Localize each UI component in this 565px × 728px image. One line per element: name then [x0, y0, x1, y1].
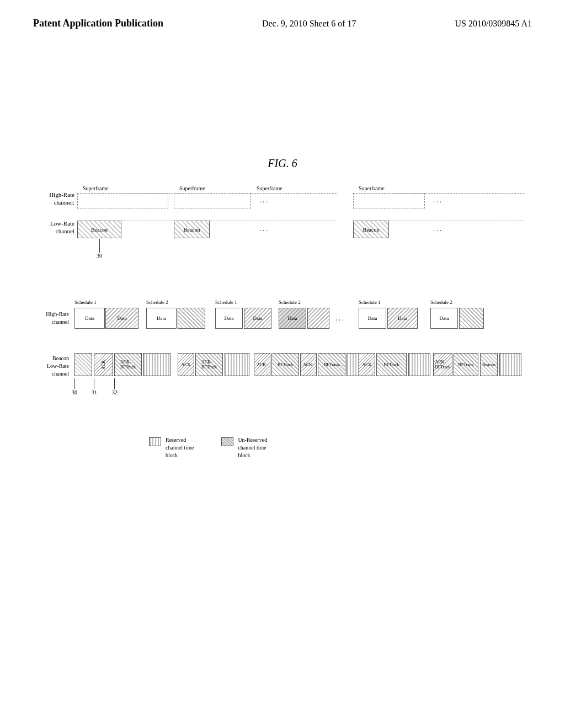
publication-date-sheet: Dec. 9, 2010 Sheet 6 of 17	[262, 19, 356, 29]
beacon-low-rate-channel-label: BeaconLow-Ratechannel	[28, 355, 69, 378]
beacon-bar-2: Beacon	[174, 221, 210, 238]
top-diagram: High-Ratechannel: Low-Ratechannel Superf…	[77, 186, 530, 264]
bracket-30	[74, 378, 75, 389]
data-block-6-dark: Data	[279, 308, 306, 329]
bftrack-block-5: BFTrack	[376, 353, 407, 376]
superframe-label-1: Superframe	[83, 185, 109, 191]
bftrack-block-1: ACK-BFTrack	[114, 353, 142, 376]
reserved-hr-2	[307, 308, 329, 329]
beacon-lr-1	[74, 353, 92, 376]
beacon-bar-1: Beacon	[77, 221, 121, 238]
superframe-label-3: Superframe	[257, 185, 282, 191]
ack-block-3: ACK-	[254, 353, 270, 376]
superframe-box-2	[174, 193, 251, 208]
superframe-box-3	[353, 193, 425, 208]
data-block-4: Data	[215, 308, 243, 329]
superframe-label-4: Superframe	[359, 185, 385, 191]
dots-top-2: ...	[433, 196, 443, 205]
publication-title: Patent Application Publication	[33, 17, 163, 30]
ack-block-1: ACK	[94, 353, 113, 376]
unreserved-lr-1	[225, 353, 249, 376]
data-block-5-hatched: Data	[244, 308, 271, 329]
reserved-lr-1	[143, 353, 170, 376]
bottom-diagram: High-Ratechannel BeaconLow-Ratechannel S…	[28, 291, 557, 418]
legend-unreserved-label: Un-Reservedchannel timeblock	[238, 436, 267, 459]
ack-block-4: ACK-	[300, 353, 317, 376]
beacon-lr-end: Beacon	[480, 353, 498, 376]
ack-block-6: ACK-BFTrack	[433, 353, 452, 376]
dots-top-1: ...	[259, 196, 269, 205]
data-block-9: Data	[430, 308, 458, 329]
bftrack-block-6: BFTrack	[454, 353, 478, 376]
label-32-bottom: 32	[112, 389, 118, 395]
data-block-8-hatched: Data	[387, 308, 418, 329]
figure-label: FIG. 6	[0, 157, 565, 170]
unreserved-lr-2	[408, 353, 430, 376]
reserved-hr-3	[459, 308, 484, 329]
legend-unreserved-box	[221, 437, 233, 446]
schedule-label-1a: Schedule 1	[74, 299, 97, 305]
publication-number: US 2010/0309845 A1	[455, 19, 532, 29]
high-rate-channel-label-top: High-Ratechannel:	[28, 191, 74, 207]
schedule-label-2b: Schedule 2	[279, 299, 301, 305]
dots-lr-2: ...	[433, 225, 443, 233]
bracket-32	[114, 378, 115, 389]
number-30-label-top: 30	[97, 253, 102, 259]
legend-unreserved: Un-Reservedchannel timeblock	[221, 436, 267, 459]
low-rate-channel-label-top: Low-Ratechannel	[28, 220, 74, 235]
diagram-container: High-Ratechannel: Low-Ratechannel Superf…	[0, 186, 565, 418]
data-block-2-hatched: Data	[105, 308, 138, 329]
label-31-bottom: 31	[92, 389, 97, 395]
reserved-hr-1	[178, 308, 205, 329]
data-block-1: Data	[74, 308, 105, 329]
legend-reserved: Reservedchannel timeblock	[149, 436, 194, 459]
ack-block-2: ACK	[178, 353, 194, 376]
beacon-bar-3: Beacon	[353, 221, 389, 238]
bftrack-block-2: ACK-BFTrack	[195, 353, 223, 376]
schedule-label-1b: Schedule 1	[215, 299, 237, 305]
superframe-box-1	[77, 193, 168, 208]
bracket-line-30	[99, 239, 100, 253]
dots-lr-bottom: ...	[335, 360, 345, 368]
schedule-label-1c: Schedule 1	[359, 299, 381, 305]
schedule-label-2a: Schedule 2	[146, 299, 168, 305]
page-header: Patent Application Publication Dec. 9, 2…	[0, 0, 565, 36]
data-block-3: Data	[146, 308, 177, 329]
high-rate-channel-label-bottom: High-Ratechannel	[28, 311, 69, 326]
label-30-bottom: 30	[72, 389, 77, 395]
legend-reserved-label: Reservedchannel timeblock	[166, 436, 194, 459]
unreserved-end	[499, 353, 521, 376]
schedule-label-2c: Schedule 2	[430, 299, 452, 305]
legend-reserved-box	[149, 437, 161, 446]
data-block-7: Data	[359, 308, 386, 329]
superframe-label-2: Superframe	[179, 185, 205, 191]
ack-block-5: ACK	[359, 353, 375, 376]
legend: Reservedchannel timeblock Un-Reservedcha…	[149, 436, 267, 459]
dots-hr: ...	[335, 314, 345, 323]
bftrack-block-3: BFTrack	[271, 353, 299, 376]
bracket-31	[94, 378, 94, 389]
dots-lr-1: ...	[259, 225, 269, 233]
